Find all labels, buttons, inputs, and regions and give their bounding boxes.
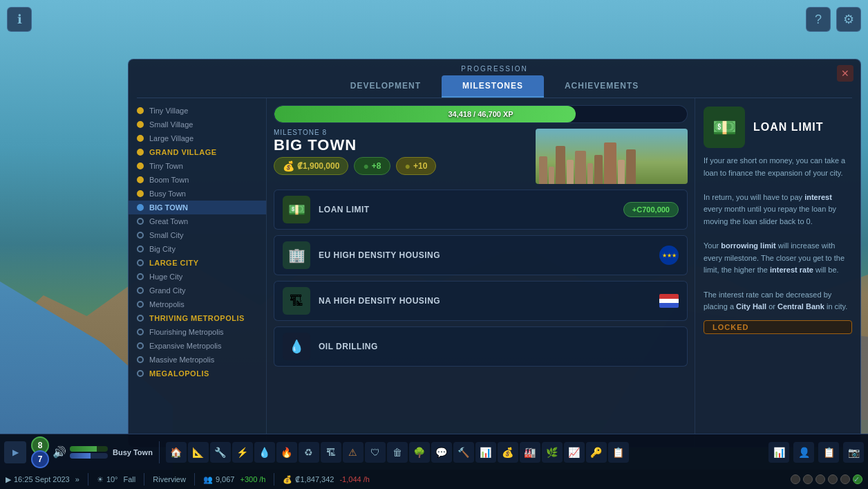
sidebar-item-large-village[interactable]: Large Village: [129, 131, 266, 145]
city-name: Riverview: [153, 475, 186, 483]
tab-development[interactable]: DEVELOPMENT: [330, 75, 442, 98]
play-button[interactable]: ▶: [4, 441, 26, 463]
sidebar-dot-large-city: [137, 259, 144, 266]
tool-chart[interactable]: 📈: [564, 442, 585, 463]
tab-milestones[interactable]: MILESTONES: [442, 75, 544, 98]
camera-button[interactable]: 📷: [843, 442, 864, 463]
right-panel: 💵 LOAN LIMIT If your are short on money,…: [695, 98, 860, 447]
loan-limit-icon: 💵: [283, 196, 310, 223]
tool-water[interactable]: 💧: [254, 442, 275, 463]
xp-green-icon: ●: [363, 160, 368, 172]
status-sep3: [194, 473, 195, 486]
tool-stats[interactable]: 📊: [475, 442, 496, 463]
sidebar-item-thriving-metropolis[interactable]: THRIVING METROPOLIS: [129, 311, 266, 325]
indicator-1: [791, 474, 800, 484]
sidebar-item-large-city[interactable]: LARGE CITY: [129, 256, 266, 270]
sidebar-item-megalopolis[interactable]: MEGALOPOLIS: [129, 367, 266, 380]
taskbar-xp-fill2: [70, 453, 91, 459]
sidebar-label-massive-metropolis: Massive Metropolis: [149, 356, 214, 364]
tool-electricity[interactable]: ⚡: [232, 442, 253, 463]
sidebar-item-tiny-town[interactable]: Tiny Town: [129, 159, 266, 173]
close-button[interactable]: ✕: [837, 65, 853, 82]
tool-industry[interactable]: 🏭: [520, 442, 540, 463]
status-sep1: [88, 473, 88, 486]
sidebar-dot-tiny-village: [137, 107, 144, 114]
oil-drilling-icon: 💧: [283, 333, 310, 360]
city-name-display: Riverview: [153, 475, 186, 483]
sidebar-label-large-village: Large Village: [149, 134, 194, 142]
sidebar-item-small-village[interactable]: Small Village: [129, 118, 266, 131]
tool-police[interactable]: 🛡: [365, 442, 386, 463]
sidebar-dot-large-village: [137, 135, 144, 142]
tool-warning[interactable]: ⚠: [343, 442, 364, 463]
money-value: ₡1,847,342: [295, 475, 334, 484]
tool-chat[interactable]: 💬: [431, 442, 452, 463]
sidebar-item-boom-town[interactable]: Boom Town: [129, 173, 266, 187]
time-text: 16:25 Sept 2023: [14, 475, 70, 483]
report-button[interactable]: 📋: [818, 442, 839, 463]
audio-button[interactable]: 🔊: [53, 445, 66, 459]
settings-button[interactable]: ⚙: [836, 7, 861, 32]
tool-key[interactable]: 🔑: [586, 442, 607, 463]
tool-garbage[interactable]: ♻: [299, 442, 319, 463]
tool-zones[interactable]: 📐: [188, 442, 209, 463]
play-status-icon[interactable]: ▶: [6, 475, 11, 484]
tool-roads[interactable]: 🏠: [166, 442, 187, 463]
sidebar-item-great-town[interactable]: Great Town: [129, 214, 266, 228]
tool-money[interactable]: 💰: [498, 442, 518, 463]
sidebar-label-grand-city: Grand City: [149, 286, 186, 295]
money-icon: 💰: [283, 160, 294, 172]
tool-build[interactable]: 🏗: [321, 442, 341, 463]
milestone-info: MILESTONE 8 BIG TOWN 💰 ₡1,900,000 ● +8 ●: [274, 129, 529, 175]
indicator-2: [803, 474, 813, 484]
na-housing-label: NA HIGH DENSITY HOUSING: [319, 296, 651, 306]
milestone-sidebar: Tiny VillageSmall VillageLarge VillageGR…: [129, 98, 267, 447]
help-button[interactable]: ?: [806, 7, 831, 32]
chart-button[interactable]: 📊: [768, 442, 789, 463]
citizen-button[interactable]: 👤: [793, 442, 814, 463]
sidebar-dot-big-city: [137, 246, 144, 252]
modal-header: PROGRESSION DEVELOPMENT MILESTONES ACHIE…: [129, 59, 860, 98]
sidebar-dot-small-city: [137, 232, 144, 239]
reward-money: 💰 ₡1,900,000: [274, 157, 348, 175]
indicator-4: [828, 474, 838, 484]
sidebar-dot-big-town: [137, 204, 144, 211]
rp-title: LOAN LIMIT: [753, 121, 824, 133]
sidebar-item-flourishing-metropolis[interactable]: Flourishing Metropolis: [129, 325, 266, 339]
tool-services[interactable]: 🔧: [210, 442, 231, 463]
indicator-3: [815, 474, 825, 484]
sidebar-item-tiny-village[interactable]: Tiny Village: [129, 104, 266, 118]
sidebar-item-massive-metropolis[interactable]: Massive Metropolis: [129, 353, 266, 367]
sidebar-dot-busy-town: [137, 190, 144, 197]
status-sep4: [274, 473, 274, 486]
fast-forward[interactable]: »: [75, 475, 79, 483]
loan-limit-badge: +C700,000: [623, 202, 679, 217]
reward-xp-yellow: ● +10: [396, 157, 437, 175]
sidebar-item-huge-city[interactable]: Huge City: [129, 270, 266, 284]
tool-nature[interactable]: 🌳: [409, 442, 430, 463]
sidebar-item-busy-town[interactable]: Busy Town: [129, 187, 266, 201]
sidebar-item-big-city[interactable]: Big City: [129, 242, 266, 256]
progression-modal: PROGRESSION DEVELOPMENT MILESTONES ACHIE…: [128, 59, 861, 448]
info-button[interactable]: ℹ: [7, 7, 32, 32]
sidebar-item-grand-village[interactable]: GRAND VILLAGE: [129, 145, 266, 159]
sidebar-item-expansive-metropolis[interactable]: Expansive Metropolis: [129, 339, 266, 353]
tool-fire[interactable]: 🔥: [276, 442, 297, 463]
status-indicators: ✓: [791, 474, 862, 484]
sidebar-item-small-city[interactable]: Small City: [129, 228, 266, 242]
sidebar-item-big-town[interactable]: BIG TOWN: [129, 201, 266, 214]
sidebar-label-flourishing-metropolis: Flourishing Metropolis: [149, 328, 224, 336]
sidebar-label-huge-city: Huge City: [149, 273, 182, 281]
level-blue-badge: 7: [31, 450, 49, 468]
sidebar-label-busy-town: Busy Town: [149, 190, 186, 198]
rp-header: 💵 LOAN LIMIT: [704, 107, 852, 148]
tool-parks[interactable]: 🌿: [542, 442, 563, 463]
sidebar-item-grand-city[interactable]: Grand City: [129, 284, 266, 297]
sidebar-item-metropolis[interactable]: Metropolis: [129, 297, 266, 311]
tool-demolish[interactable]: 🗑: [387, 442, 408, 463]
sidebar-label-small-city: Small City: [149, 231, 184, 239]
tool-list[interactable]: 📋: [608, 442, 629, 463]
tool-hammer[interactable]: 🔨: [453, 442, 474, 463]
tab-achievements[interactable]: ACHIEVEMENTS: [544, 75, 659, 98]
taskbar: ▶ 8 7 🔊 Busy Town 🏠 📐 🔧 ⚡ 💧 🔥 ♻ 🏗 ⚠ 🛡 🗑 …: [0, 434, 868, 470]
